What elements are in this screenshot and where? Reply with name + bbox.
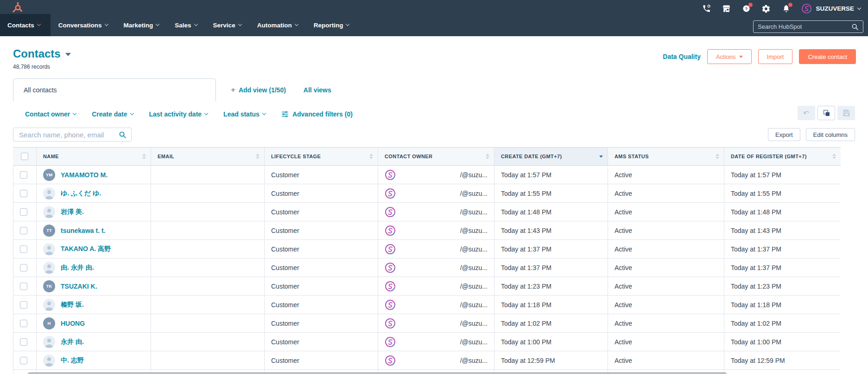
column-header-3[interactable]: CONTACT OWNER [378, 147, 494, 166]
column-header-1[interactable]: EMAIL [151, 147, 264, 166]
row-checkbox[interactable] [20, 301, 27, 309]
create-date-cell: Today at 1:43 PM [494, 221, 608, 240]
ams-status-cell: Active [608, 203, 724, 221]
help-icon[interactable]: ? [741, 4, 751, 13]
nav-item-conversations[interactable]: Conversations [51, 14, 116, 36]
contact-name-link[interactable]: YAMAMOTO M. [61, 171, 108, 179]
add-view-button[interactable]: + Add view (1/50) [231, 86, 286, 94]
ams-status-cell: Active [608, 314, 724, 333]
nav-item-marketing[interactable]: Marketing [116, 14, 167, 36]
chevron-down-icon [194, 22, 197, 26]
create-date-cell: Today at 1:18 PM [494, 296, 608, 314]
row-checkbox[interactable] [20, 320, 27, 327]
create-contact-button[interactable]: Create contact [799, 49, 856, 64]
row-select-cell [13, 240, 36, 258]
email-cell [151, 351, 264, 370]
column-header-4[interactable]: CREATE DATE (GMT+7) [494, 147, 608, 166]
copy-icon [823, 109, 830, 117]
sort-icon[interactable] [486, 154, 489, 159]
account-name: SUZUVERSE [816, 5, 854, 12]
column-header-2[interactable]: LIFECYCLE STAGE [264, 147, 378, 166]
contact-name-link[interactable]: 永井 由. [61, 338, 84, 346]
row-checkbox[interactable] [20, 338, 27, 346]
person-icon [43, 299, 55, 311]
export-button[interactable]: Export [768, 128, 800, 141]
owner-avatar [385, 206, 396, 218]
actions-button[interactable]: Actions [707, 49, 752, 64]
contact-name-link[interactable]: HUONG [61, 320, 85, 327]
column-header-6[interactable]: DATE OF REGISTER (GMT+7) [724, 147, 841, 166]
filter-create-date[interactable]: Create date [92, 110, 133, 118]
row-checkbox[interactable] [20, 283, 27, 290]
row-checkbox[interactable] [20, 357, 27, 364]
row-checkbox[interactable] [20, 227, 27, 234]
row-checkbox[interactable] [20, 208, 27, 216]
quick-filters: Contact owner Create date Last activity … [0, 107, 868, 122]
object-type-selector[interactable]: Contacts [13, 47, 71, 60]
nav-item-reporting[interactable]: Reporting [306, 14, 357, 36]
edit-columns-button[interactable]: Edit columns [806, 128, 855, 141]
owner-email-truncated: /@suzu... [460, 171, 488, 179]
sort-icon[interactable] [142, 154, 146, 159]
row-checkbox[interactable] [20, 264, 27, 271]
all-views-link[interactable]: All views [304, 86, 331, 94]
column-header-0[interactable]: NAME [36, 147, 151, 166]
account-menu[interactable]: SUZUVERSE [801, 3, 861, 14]
nav-item-contacts[interactable]: Contacts [0, 14, 51, 36]
create-date-cell: Today at 1:37 PM [494, 240, 608, 258]
chevron-down-icon [857, 6, 861, 10]
table-row: TKTSUZAKI K. [36, 277, 151, 296]
column-header-5[interactable]: AMS STATUS [608, 147, 724, 166]
data-quality-link[interactable]: Data Quality [663, 53, 701, 60]
settings-icon[interactable] [761, 4, 771, 13]
undo-button[interactable] [798, 106, 815, 120]
advanced-filters-button[interactable]: Advanced filters (0) [281, 110, 353, 118]
sort-icon[interactable] [256, 154, 260, 159]
search-icon[interactable] [119, 131, 127, 139]
row-checkbox[interactable] [20, 245, 27, 253]
save-view-button[interactable] [837, 106, 855, 120]
sort-icon[interactable] [716, 154, 719, 159]
contact-name-link[interactable]: tsunekawa t. t. [61, 227, 105, 234]
chevron-down-icon [204, 111, 208, 115]
sort-icon[interactable] [832, 154, 836, 159]
chevron-down-icon [37, 22, 41, 26]
sort-icon[interactable] [599, 155, 603, 158]
owner-cell: /@suzu... [378, 296, 494, 314]
contact-name-link[interactable]: 由. 永井 由. [61, 264, 94, 272]
clone-view-button[interactable] [817, 106, 835, 120]
contact-name-link[interactable]: ゆ. ふくだ ゆ. [61, 189, 101, 198]
row-checkbox[interactable] [20, 190, 27, 197]
table-row: 永井 由. [36, 333, 151, 351]
avatar [43, 206, 55, 218]
create-date-cell: Today at 12:59 PM [494, 351, 608, 370]
row-checkbox[interactable] [20, 171, 27, 179]
contact-name-link[interactable]: TAKANO A. 高野 [61, 245, 111, 253]
contact-search-input[interactable] [18, 130, 119, 139]
global-search-input[interactable]: Search HubSpot [753, 20, 863, 33]
filter-lead-status[interactable]: Lead status [223, 110, 266, 118]
owner-avatar [385, 244, 396, 255]
avatar: H [43, 317, 55, 329]
nav-item-automation[interactable]: Automation [249, 14, 306, 36]
contact-name-link[interactable]: 岩澤 美. [61, 208, 84, 216]
phone-icon[interactable] [702, 4, 711, 13]
contact-name-link[interactable]: 中. 志野 [61, 356, 84, 365]
horizontal-scroll-thumb[interactable] [28, 372, 727, 374]
tab-all-contacts[interactable]: All contacts [13, 78, 216, 101]
filter-last-activity-date[interactable]: Last activity date [149, 110, 208, 118]
avatar [43, 243, 55, 255]
contact-name-link[interactable]: TSUZAKI K. [61, 283, 97, 290]
nav-item-service[interactable]: Service [205, 14, 249, 36]
notifications-icon[interactable] [781, 4, 791, 13]
filter-contact-owner[interactable]: Contact owner [25, 110, 76, 118]
marketplace-icon[interactable] [722, 4, 731, 13]
import-button[interactable]: Import [758, 49, 793, 64]
select-all-checkbox[interactable] [21, 153, 28, 160]
owner-email-truncated: /@suzu... [460, 338, 488, 346]
contact-name-link[interactable]: 榛野 坂. [61, 301, 84, 309]
chevron-down-icon [262, 111, 266, 115]
save-icon [843, 109, 850, 117]
sort-icon[interactable] [369, 154, 373, 159]
nav-item-sales[interactable]: Sales [167, 14, 205, 36]
